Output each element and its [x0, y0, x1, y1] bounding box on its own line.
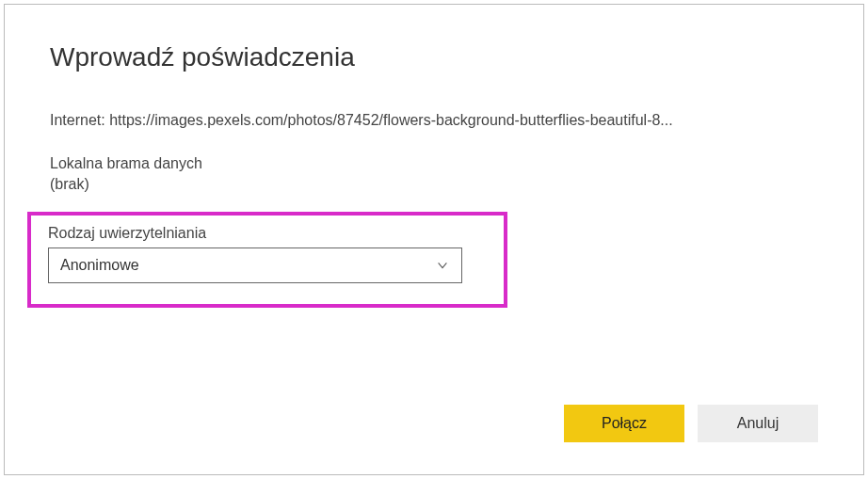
gateway-label: Lokalna brama danych [50, 155, 818, 172]
gateway-value: (brak) [50, 176, 818, 193]
connect-button[interactable]: Połącz [564, 405, 684, 442]
auth-section-highlight: Rodzaj uwierzytelniania Anonimowe [27, 212, 507, 308]
dialog-button-row: Połącz Anuluj [564, 405, 818, 442]
auth-type-selected: Anonimowe [60, 257, 435, 274]
cancel-button[interactable]: Anuluj [698, 405, 818, 442]
auth-type-label: Rodzaj uwierzytelniania [48, 225, 487, 242]
credentials-dialog: Wprowadź poświadczenia Internet: https:/… [4, 4, 864, 475]
auth-type-dropdown[interactable]: Anonimowe [48, 247, 462, 283]
chevron-down-icon [435, 258, 450, 273]
data-source-url: Internet: https://images.pexels.com/phot… [50, 112, 818, 129]
dialog-title: Wprowadź poświadczenia [50, 42, 818, 72]
